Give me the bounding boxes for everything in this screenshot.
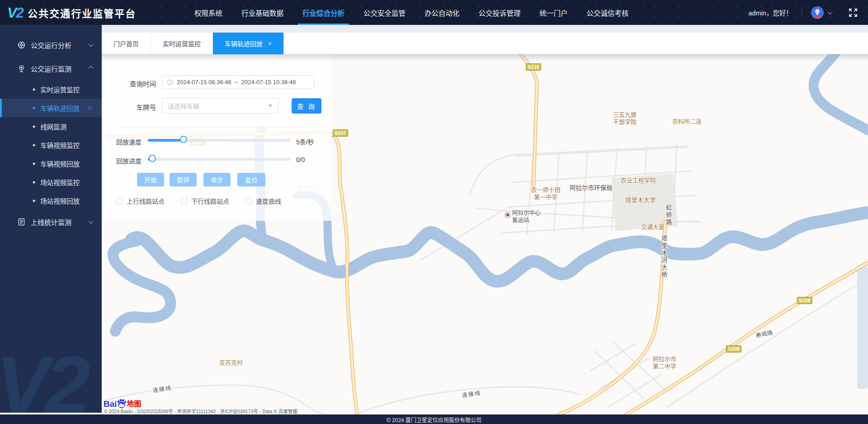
- top-header: V2 公共交通行业监管平台 权限系统 行业基础数据 行业综合分析 公交安全监管 …: [0, 0, 868, 25]
- sidebar-group-label: 公交运行监测: [31, 64, 71, 73]
- start-button[interactable]: 开始: [137, 173, 164, 186]
- footer: © 2024 厦门卫星定位应用股份有限公司: [0, 414, 868, 424]
- speed-value: 5条/秒: [296, 137, 314, 146]
- clock-icon: [167, 79, 173, 86]
- sidebar-item-label: 场站视频监控: [40, 177, 80, 187]
- chevron-down-icon: [88, 219, 93, 224]
- chevron-down-icon: [88, 42, 93, 47]
- map-road-label: 虹桥路: [665, 205, 672, 226]
- sidebar-group-bus-analysis[interactable]: 公交运行分析: [0, 33, 102, 57]
- search-button[interactable]: 查 询: [292, 98, 321, 114]
- vehicle-select[interactable]: 请选择车辆: [162, 98, 278, 114]
- tab-label: 门户首页: [113, 39, 139, 48]
- map-poi-label: 三五九旅 干部学院: [600, 111, 650, 126]
- sidebar-item-label: 车辆视频监控: [40, 140, 80, 150]
- nav-item-office[interactable]: 办公自动化: [425, 0, 460, 25]
- map-attribution: © 2024 Baidu - GS(2023)3206号 - 甲测资字11111…: [104, 408, 297, 414]
- divider: [802, 7, 802, 19]
- nav-item-portal[interactable]: 统一门户: [540, 0, 568, 25]
- sidebar-item-vehicle-video-monitor[interactable]: ◆ 车辆视频监控: [0, 136, 102, 154]
- sidebar-group-bus-monitor[interactable]: 公交运行监测: [0, 57, 102, 80]
- svg-text:du: du: [119, 403, 123, 408]
- close-icon[interactable]: ×: [268, 41, 272, 47]
- reset-button[interactable]: 复位: [237, 173, 265, 186]
- sidebar-item-track-replay[interactable]: ◆ 车辆轨迹回放 ☆: [0, 99, 102, 117]
- sidebar-item-label: 实时运营监控: [40, 85, 80, 94]
- sidebar-item-station-video-replay[interactable]: ◆ 场站视频回放: [0, 191, 102, 210]
- sidebar-item-station-video-monitor[interactable]: ◆ 场站视频监控: [0, 173, 102, 191]
- diamond-bullet-icon: ◆: [33, 106, 35, 110]
- map-road-label: 连接线: [152, 385, 172, 394]
- map-poi-label: 农一师十团 第一中学: [521, 186, 571, 201]
- brand: V2 公共交通行业监管平台: [7, 0, 136, 25]
- map-poi-label: 养鸡场: [755, 329, 774, 340]
- tab-label: 实时运营监控: [163, 39, 201, 48]
- favorite-star-icon[interactable]: ☆: [87, 104, 93, 112]
- user-area: admin，您好！: [749, 0, 868, 25]
- progress-value: 0/0: [296, 156, 305, 163]
- diamond-bullet-icon: ◆: [33, 143, 35, 147]
- chevron-down-icon[interactable]: [827, 9, 832, 14]
- location-monitor-icon: [17, 64, 25, 72]
- checkbox-icon[interactable]: [181, 198, 187, 204]
- caret-down-icon: [268, 105, 273, 107]
- top-nav: 权限系统 行业基础数据 行业综合分析 公交安全监管 办公自动化 公交投诉管理 统…: [194, 0, 629, 25]
- fullscreen-icon[interactable]: [848, 8, 858, 18]
- diamond-bullet-icon: ◆: [33, 124, 35, 129]
- sidebar-item-realtime-monitor[interactable]: ◆ 实时运营监控: [0, 80, 102, 99]
- map-poi-label: 交通大厦: [641, 224, 665, 231]
- time-range-input[interactable]: [177, 79, 312, 86]
- page-title: 公共交通行业监管平台: [28, 5, 136, 20]
- sidebar: 公交运行分析 公交运行监测 ◆ 实时运营监控 ◆ 车辆轨迹回放 ☆ ◆ 线网监测: [0, 25, 102, 413]
- baidu-logo-map-text: 地图: [127, 400, 142, 408]
- road-badge-s308: S308: [797, 297, 812, 304]
- diamond-bullet-icon: ◆: [33, 199, 35, 203]
- tab-realtime-monitor[interactable]: 实时运营监控: [151, 33, 213, 54]
- nav-item-basic-data[interactable]: 行业基础数据: [241, 0, 283, 25]
- slider-handle[interactable]: [180, 136, 187, 143]
- checkbox-speed-curve[interactable]: 速度曲线: [245, 196, 281, 205]
- tab-label: 车辆轨迹回放: [225, 39, 263, 48]
- speed-label: 回放速度: [116, 137, 142, 146]
- pause-button[interactable]: 暂停: [170, 173, 197, 186]
- step-button[interactable]: 单步: [203, 173, 231, 186]
- speed-slider[interactable]: [148, 139, 291, 142]
- sidebar-item-label: 线网监测: [40, 122, 66, 131]
- progress-label: 回放进度: [116, 156, 142, 165]
- avatar[interactable]: [811, 6, 824, 19]
- slider-handle[interactable]: [149, 155, 156, 162]
- v2-watermark: V2: [0, 338, 86, 413]
- time-range-picker[interactable]: [162, 75, 314, 89]
- map-bridge-label: 塔里木河大桥: [660, 235, 667, 279]
- map-canvas[interactable]: 三五九旅 干部学院 农科所二连 农业工程学院 塔里木大学 阿拉尔市环保局 农一师…: [102, 54, 868, 414]
- progress-slider[interactable]: [148, 158, 291, 161]
- map-poi-label: 亚苏克村: [219, 359, 243, 367]
- nav-item-credit[interactable]: 公交诚信考核: [587, 0, 629, 25]
- sidebar-item-label: 车辆视频回放: [40, 159, 80, 168]
- replay-control-panel: 查询时间 车牌号 请选择车辆 查 询 回放速度: [102, 54, 331, 221]
- nav-item-analysis[interactable]: 行业综合分析: [302, 0, 344, 25]
- checkbox-up-line-stops[interactable]: 上行线路站点: [116, 196, 165, 205]
- nav-item-permission[interactable]: 权限系统: [194, 0, 222, 25]
- time-label: 查询时间: [115, 79, 156, 88]
- sidebar-item-line-network[interactable]: ◆ 线网监测: [0, 117, 102, 136]
- checkbox-icon[interactable]: [245, 198, 252, 204]
- checkbox-label: 上行线路站点: [127, 196, 165, 205]
- select-placeholder: 请选择车辆: [168, 101, 268, 110]
- checkbox-icon[interactable]: [116, 198, 123, 204]
- sidebar-group-online-stats[interactable]: 上线统计监测: [0, 210, 102, 233]
- tab-track-replay[interactable]: 车辆轨迹回放 ×: [213, 33, 284, 54]
- road-badge-s215: S215: [526, 63, 541, 71]
- map-poi-label: 阿拉尔中心 客运站: [512, 210, 541, 224]
- road-badge-s308: S308: [726, 345, 741, 353]
- nav-item-complaint[interactable]: 公交投诉管理: [479, 0, 521, 25]
- nav-item-safety[interactable]: 公交安全监管: [363, 0, 406, 25]
- map-poi-label: 塔里木大学: [625, 197, 656, 205]
- tabbar-wrap: 门户首页 实时运营监控 车辆轨迹回放 ×: [102, 25, 868, 54]
- logo-v2-icon: V2: [7, 5, 23, 20]
- checkbox-down-line-stops[interactable]: 下行线路站点: [181, 196, 229, 205]
- map-poi-label: 农科所二连: [672, 118, 702, 125]
- sidebar-item-vehicle-video-replay[interactable]: ◆ 车辆视频回放: [0, 154, 102, 173]
- tab-portal-home[interactable]: 门户首页: [102, 33, 151, 54]
- map-poi-label: 阿拉尔市 第二中学: [642, 356, 687, 371]
